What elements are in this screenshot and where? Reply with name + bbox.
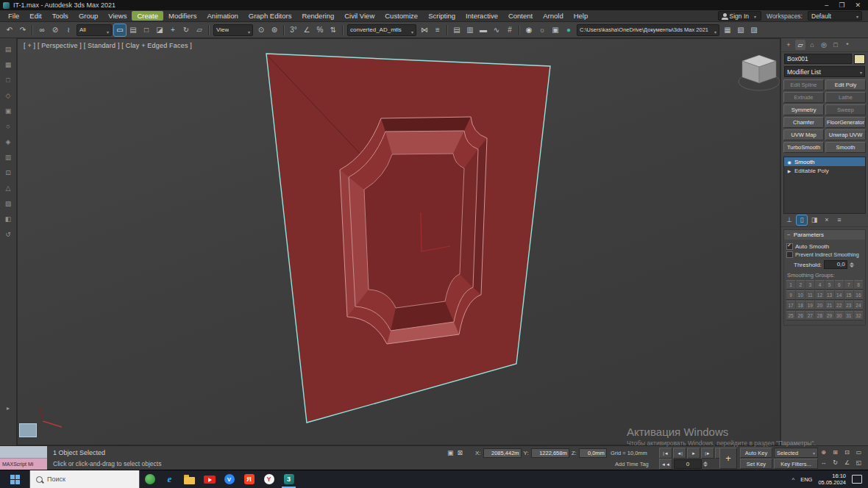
expand-arrow-icon[interactable]: ▸ [7, 405, 10, 412]
pan-icon[interactable]: ↔ [818, 458, 829, 467]
modifier-button[interactable]: UVW Map [783, 129, 824, 140]
smoothing-group-button[interactable]: 12 [815, 290, 824, 300]
zoom-all-icon[interactable]: ⊞ [830, 448, 841, 457]
rectangular-selection-region-icon[interactable]: □ [140, 24, 152, 36]
select-and-manipulate-icon[interactable]: ⊛ [268, 24, 280, 36]
menu-item[interactable]: Edit [24, 10, 46, 21]
smoothing-group-button[interactable]: 4 [815, 280, 824, 290]
next-frame-button[interactable]: |► [701, 448, 714, 459]
left-toolbar-icon[interactable]: ▧ [2, 198, 14, 209]
add-time-tag[interactable]: Add Time Tag [615, 461, 649, 467]
close-button[interactable]: ✕ [855, 0, 861, 10]
zoom-icon[interactable]: ⊕ [818, 448, 829, 457]
left-toolbar-icon[interactable]: ◧ [2, 214, 14, 224]
action-center-icon[interactable] [852, 475, 862, 484]
schematic-view-icon[interactable]: # [504, 24, 516, 36]
minimize-button[interactable]: – [825, 0, 828, 10]
smoothing-group-button[interactable]: 6 [835, 280, 844, 290]
auto-smooth-checkbox[interactable]: Auto Smooth [786, 243, 863, 250]
maxscript-mini-listener[interactable]: MAXScript Mi [0, 446, 47, 470]
smoothing-group-button[interactable]: 8 [854, 280, 863, 290]
modifier-button[interactable]: Edit Poly [825, 79, 866, 90]
show-end-result-icon[interactable]: ▯ [797, 215, 807, 225]
smoothing-group-button[interactable]: 18 [796, 301, 805, 310]
left-toolbar-icon[interactable]: ⊡ [2, 168, 14, 178]
language-indicator[interactable]: ENG [800, 476, 812, 483]
app-vk-icon[interactable]: V [219, 470, 239, 488]
maximize-viewport-icon[interactable]: ◱ [853, 458, 864, 467]
modifier-button[interactable]: Chamfer [783, 117, 824, 128]
app-3dsmax-icon[interactable]: 3 [279, 470, 299, 488]
stack-item-editable-poly[interactable]: ▶ Editable Poly [784, 166, 865, 175]
maxscript-input-row[interactable] [0, 446, 47, 459]
render-production-icon[interactable]: ● [563, 24, 574, 36]
stack-item-smooth[interactable]: ◉ Smooth [784, 157, 865, 166]
left-toolbar-icon[interactable]: ▣ [2, 106, 14, 116]
menu-item[interactable]: Customize [380, 10, 423, 21]
curve-editor-icon[interactable]: ∿ [491, 24, 502, 36]
left-toolbar-icon[interactable]: □ [2, 75, 14, 85]
viewcube[interactable] [739, 55, 780, 90]
smoothing-group-button[interactable]: 5 [825, 280, 834, 290]
smoothing-group-button[interactable]: 23 [844, 301, 853, 310]
isolate-selection-icon[interactable]: ▣ [447, 449, 454, 456]
left-toolbar-icon[interactable]: ↺ [2, 229, 14, 240]
viewport-scene[interactable] [18, 39, 780, 445]
menu-item[interactable]: Scripting [423, 10, 460, 21]
menu-item[interactable]: Animation [202, 10, 243, 21]
parameters-rollout-header[interactable]: Parameters [784, 230, 865, 240]
left-toolbar-icon[interactable]: ◈ [2, 137, 14, 147]
smoothing-group-button[interactable]: 24 [854, 301, 863, 310]
undo-icon[interactable]: ↶ [4, 24, 15, 36]
smoothing-group-button[interactable]: 25 [786, 311, 795, 320]
selection-lock-toggle-icon[interactable]: ⊠ [458, 449, 463, 456]
menu-item[interactable]: Group [74, 10, 103, 21]
viewport-label[interactable]: [ + ] [ Perspective ] [ Standard ] [ Cla… [24, 42, 192, 49]
modifier-button[interactable]: Symmetry [783, 104, 824, 115]
hierarchy-tab-icon[interactable]: ⌂ [807, 40, 817, 50]
bind-to-space-warp-icon[interactable]: ≀ [63, 24, 74, 36]
zoom-extents-icon[interactable]: ⊡ [842, 448, 853, 457]
smoothing-group-button[interactable]: 17 [786, 301, 795, 310]
smoothing-group-button[interactable]: 20 [815, 301, 824, 310]
smoothing-group-button[interactable]: 10 [796, 290, 805, 300]
smoothing-group-button[interactable]: 13 [825, 290, 834, 300]
pin-stack-icon[interactable]: ⊥ [784, 215, 794, 225]
menu-item[interactable]: Rendering [296, 10, 339, 21]
smoothing-group-button[interactable]: 22 [835, 301, 844, 310]
modifier-button[interactable]: Extrude [783, 92, 824, 103]
make-unique-icon[interactable]: ◨ [809, 215, 819, 225]
set-key-button[interactable]: Set Key [740, 459, 772, 469]
smoothing-group-button[interactable]: 2 [796, 280, 805, 290]
smoothing-group-button[interactable]: 16 [854, 290, 863, 300]
select-and-link-icon[interactable]: ∞ [36, 24, 48, 36]
smoothing-group-button[interactable]: 27 [805, 311, 814, 320]
left-toolbar-icon[interactable]: ▦ [2, 60, 14, 70]
maximize-button[interactable]: ❐ [839, 0, 844, 10]
named-selection-sets-dropdown[interactable]: converted_AD_mtls [347, 24, 416, 36]
smoothing-group-button[interactable]: 3 [805, 280, 814, 290]
modifier-list-dropdown[interactable]: Modifier List [784, 66, 865, 77]
spinner-snap-icon[interactable]: ⇅ [327, 24, 339, 36]
left-toolbar-icon[interactable]: ▤ [2, 44, 14, 54]
left-toolbar-icon[interactable]: △ [2, 183, 14, 193]
viewport-layout-tab[interactable] [19, 423, 37, 437]
scene-explorer-icon[interactable]: ▤ [451, 24, 463, 36]
left-toolbar-icon[interactable]: ◇ [2, 90, 14, 101]
workspace-tool-icon-1[interactable]: ▦ [722, 24, 733, 36]
tray-expand-icon[interactable]: ^ [791, 476, 794, 483]
mirror-icon[interactable]: ⋈ [419, 24, 430, 36]
menu-item[interactable]: Views [103, 10, 132, 21]
app-edge-icon[interactable]: e [160, 470, 179, 488]
select-and-scale-icon[interactable]: ▱ [193, 24, 205, 36]
left-toolbar-icon[interactable]: ○ [2, 121, 14, 132]
project-folder-dropdown[interactable]: C:\Users\kasha\OneDrive\Документы\3ds Ma… [577, 24, 719, 36]
frame-spinner[interactable] [703, 462, 708, 467]
viewport[interactable]: [ + ] [ Perspective ] [ Standard ] [ Cla… [17, 38, 780, 445]
smoothing-group-button[interactable]: 19 [805, 301, 814, 310]
prevent-indirect-smoothing-checkbox[interactable]: Prevent Indirect Smoothing [786, 251, 863, 258]
modifier-button[interactable]: Unwrap UVW [825, 129, 866, 140]
object-color-swatch[interactable] [854, 54, 865, 64]
window-crossing-icon[interactable]: ◪ [154, 24, 166, 36]
orbit-icon[interactable]: ↻ [830, 458, 841, 467]
